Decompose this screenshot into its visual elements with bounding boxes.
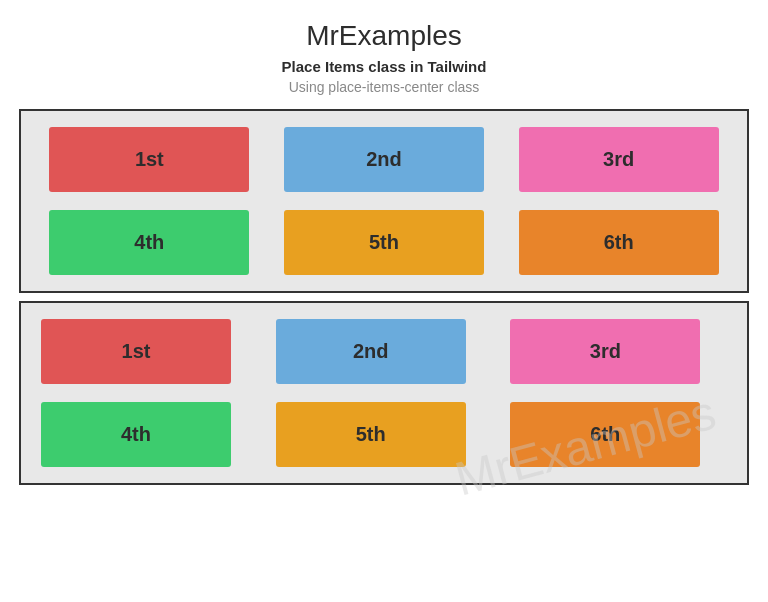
grid-item: 5th (276, 402, 466, 467)
grid-item: 3rd (510, 319, 700, 384)
page-title: MrExamples (306, 20, 462, 52)
grid-item: 1st (49, 127, 249, 192)
grid-item: 2nd (276, 319, 466, 384)
grid-item: 2nd (284, 127, 484, 192)
grid-item: 6th (519, 210, 719, 275)
page-description: Using place-items-center class (289, 79, 480, 95)
grid-item: 4th (49, 210, 249, 275)
page-subtitle: Place Items class in Tailwind (282, 58, 487, 75)
grid-item: 6th (510, 402, 700, 467)
grid-item: 4th (41, 402, 231, 467)
grid-item: 1st (41, 319, 231, 384)
grid-item: 5th (284, 210, 484, 275)
grid-item: 3rd (519, 127, 719, 192)
grid-1: 1st2nd3rd4th5th6th (19, 109, 749, 293)
grid-2: 1st2nd3rd4th5th6th (19, 301, 749, 485)
